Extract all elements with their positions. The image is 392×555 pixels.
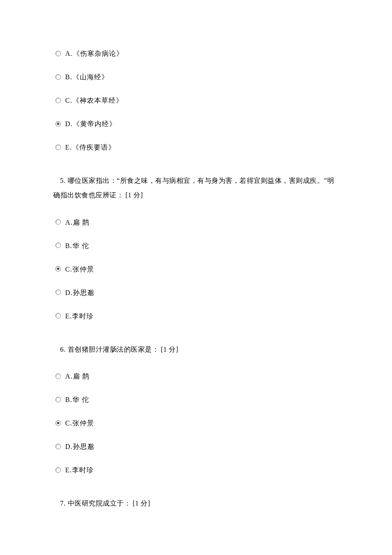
radio-wrap	[53, 442, 65, 449]
q5-option-e: E.李时珍	[53, 309, 339, 321]
q5-option-d: D.孙思邈	[53, 286, 339, 298]
q6-option-e: E.李时珍	[53, 463, 339, 475]
q6-option-e-label: E.李时珍	[65, 463, 94, 475]
q4-option-d: D.《黄帝内经》	[53, 117, 339, 129]
q6-option-b: B.华 佗	[53, 393, 339, 405]
radio-wrap	[53, 218, 65, 225]
radio-wrap	[53, 143, 65, 150]
q6-radio-a[interactable]	[55, 373, 61, 379]
q4-option-c-label: C.《神农本草经》	[65, 94, 123, 105]
q4-option-b-label: B.《山海经》	[65, 70, 109, 82]
radio-wrap	[53, 372, 65, 379]
q4-option-b: B.《山海经》	[53, 70, 339, 82]
q4-option-e: E.《侍疾要语》	[53, 141, 339, 152]
q7-text: 7. 中医研究院成立于： [1 分]	[53, 496, 339, 511]
q6-option-c: C.张仲景	[53, 416, 339, 428]
radio-wrap	[53, 288, 65, 295]
q5-option-e-label: E.李时珍	[65, 309, 94, 321]
q4-option-a: A.《伤寒杂病论》	[53, 47, 339, 58]
q6-radio-d[interactable]	[55, 444, 61, 449]
q4-option-a-label: A.《伤寒杂病论》	[65, 47, 124, 58]
q4-radio-d[interactable]	[55, 121, 61, 127]
q5-radio-c[interactable]	[55, 266, 61, 272]
exam-page: A.《伤寒杂病论》 B.《山海经》 C.《神农本草经》 D.《黄帝内经》 E.《…	[0, 0, 392, 555]
q6-option-a-label: A.扁 鹊	[65, 370, 89, 381]
q5-radio-b[interactable]	[55, 243, 61, 248]
q4-option-c: C.《神农本草经》	[53, 94, 339, 105]
q5-radio-d[interactable]	[55, 289, 61, 295]
q6-radio-e[interactable]	[55, 467, 61, 473]
q4-radio-e[interactable]	[55, 145, 61, 150]
radio-wrap	[53, 312, 65, 318]
q4-radio-c[interactable]	[55, 98, 61, 103]
radio-wrap	[53, 466, 65, 473]
q5-option-a-label: A.扁 鹊	[65, 216, 89, 227]
q5-option-c: C.张仲景	[53, 263, 339, 274]
radio-wrap	[53, 419, 65, 426]
q6-radio-b[interactable]	[55, 397, 61, 402]
radio-wrap	[53, 73, 65, 80]
q4-radio-a[interactable]	[55, 51, 61, 56]
q5-text: 5. 哪位医家指出：“所食之味，有与病相宜，有与身为害，若得宜则益体，害则成疾。…	[53, 173, 339, 203]
q5-option-b: B.华 佗	[53, 239, 339, 251]
radio-wrap	[53, 96, 65, 103]
q6-radio-c[interactable]	[55, 420, 61, 426]
radio-wrap	[53, 241, 65, 248]
q6-option-a: A.扁 鹊	[53, 370, 339, 381]
q5-radio-e[interactable]	[55, 313, 61, 318]
q5-option-d-label: D.孙思邈	[65, 286, 95, 298]
q4-radio-b[interactable]	[55, 74, 61, 80]
radio-wrap	[53, 396, 65, 402]
q5-option-c-label: C.张仲景	[65, 263, 94, 274]
q6-option-c-label: C.张仲景	[65, 416, 94, 428]
q4-option-d-label: D.《黄帝内经》	[65, 117, 116, 129]
q6-text: 6. 首创猪胆汁灌肠法的医家是： [1 分]	[53, 342, 339, 357]
q5-option-b-label: B.华 佗	[65, 239, 89, 251]
q4-option-e-label: E.《侍疾要语》	[65, 141, 115, 152]
q5-radio-a[interactable]	[55, 219, 61, 225]
radio-wrap	[53, 265, 65, 272]
q6-option-d-label: D.孙思邈	[65, 440, 95, 451]
radio-wrap	[53, 49, 65, 56]
radio-wrap	[53, 120, 65, 127]
q6-option-b-label: B.华 佗	[65, 393, 89, 405]
q6-option-d: D.孙思邈	[53, 440, 339, 451]
q5-option-a: A.扁 鹊	[53, 216, 339, 227]
